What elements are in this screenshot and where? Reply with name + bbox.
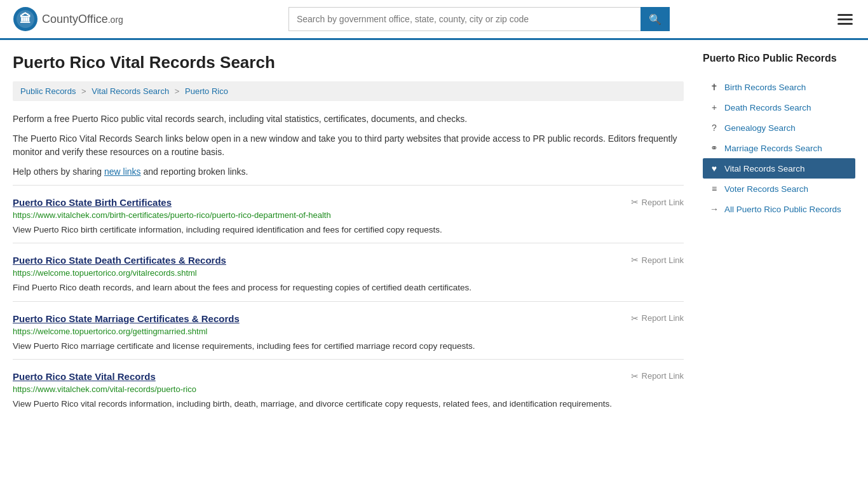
content-area: Puerto Rico Vital Records Search Public … <box>13 53 684 417</box>
record-header: Puerto Rico State Vital Records ✂ Report… <box>13 371 684 382</box>
description-3-suffix: and reporting broken links. <box>141 166 248 177</box>
hamburger-line <box>837 23 853 25</box>
breadcrumb-link-public-records[interactable]: Public Records <box>20 86 76 96</box>
sidebar-item-label: Voter Records Search <box>724 184 808 194</box>
page-title: Puerto Rico Vital Records Search <box>13 53 684 72</box>
sidebar-item-label: Marriage Records Search <box>724 144 822 153</box>
logo-area: 🏛 CountyOffice.org <box>13 6 123 32</box>
record-description: Find Puerto Rico death records, and lear… <box>13 281 684 294</box>
breadcrumb-sep: > <box>175 86 180 96</box>
sidebar-icon: ⚭ <box>709 143 719 153</box>
report-link-button[interactable]: ✂ Report Link <box>631 197 684 207</box>
sidebar-icon: ≡ <box>709 184 719 194</box>
svg-text:🏛: 🏛 <box>20 12 31 25</box>
record-title[interactable]: Puerto Rico State Birth Certificates <box>13 197 172 208</box>
report-link-button[interactable]: ✂ Report Link <box>631 255 684 265</box>
sidebar-item-voter-records-search[interactable]: ≡ Voter Records Search <box>703 179 855 199</box>
sidebar-items: ✝ Birth Records Search + Death Records S… <box>703 77 855 219</box>
sidebar-item-label: All Puerto Rico Public Records <box>724 205 841 214</box>
record-header: Puerto Rico State Marriage Certificates … <box>13 313 684 324</box>
record-title[interactable]: Puerto Rico State Vital Records <box>13 371 156 382</box>
search-area: 🔍 <box>288 7 670 31</box>
record-url[interactable]: https://welcome.topuertorico.org/vitalre… <box>13 268 684 278</box>
sidebar-icon: ? <box>709 123 719 133</box>
sidebar-item-marriage-records-search[interactable]: ⚭ Marriage Records Search <box>703 138 855 158</box>
record-item: Puerto Rico State Vital Records ✂ Report… <box>13 359 684 417</box>
search-button[interactable]: 🔍 <box>641 7 670 31</box>
record-description: View Puerto Rico birth certificate infor… <box>13 224 684 236</box>
sidebar-item-label: Death Records Search <box>724 103 811 112</box>
report-link-button[interactable]: ✂ Report Link <box>631 371 684 381</box>
sidebar-icon: ♥ <box>709 163 719 173</box>
sidebar-item-birth-records-search[interactable]: ✝ Birth Records Search <box>703 77 855 97</box>
record-item: Puerto Rico State Marriage Certificates … <box>13 301 684 359</box>
sidebar-item-death-records-search[interactable]: + Death Records Search <box>703 97 855 118</box>
report-link-button[interactable]: ✂ Report Link <box>631 313 684 323</box>
header: 🏛 CountyOffice.org 🔍 <box>0 0 868 40</box>
record-url[interactable]: https://welcome.topuertorico.org/getting… <box>13 327 684 336</box>
record-url[interactable]: https://www.vitalchek.com/birth-certific… <box>13 210 684 220</box>
report-icon: ✂ <box>631 371 639 381</box>
record-description: View Puerto Rico vital records informati… <box>13 398 684 410</box>
record-title[interactable]: Puerto Rico State Marriage Certificates … <box>13 313 240 324</box>
record-title[interactable]: Puerto Rico State Death Certificates & R… <box>13 255 226 266</box>
hamburger-line <box>837 18 853 20</box>
search-icon: 🔍 <box>649 14 661 25</box>
sidebar-icon: → <box>709 204 719 214</box>
sidebar: Puerto Rico Public Records ✝ Birth Recor… <box>703 53 855 417</box>
sidebar-item-label: Vital Records Search <box>724 164 805 173</box>
description-2: The Puerto Rico Vital Records Search lin… <box>13 132 684 159</box>
menu-button[interactable] <box>835 11 855 27</box>
sidebar-icon: + <box>709 102 719 112</box>
breadcrumb: Public Records > Vital Records Search > … <box>13 81 684 101</box>
description-3-prefix: Help others by sharing <box>13 166 104 177</box>
main-container: Puerto Rico Vital Records Search Public … <box>0 40 868 430</box>
report-label: Report Link <box>642 371 684 381</box>
sidebar-title: Puerto Rico Public Records <box>703 53 855 69</box>
record-item: Puerto Rico State Birth Certificates ✂ R… <box>13 185 684 243</box>
description-3: Help others by sharing new links and rep… <box>13 165 684 179</box>
report-icon: ✂ <box>631 255 639 265</box>
breadcrumb-sep: > <box>81 86 86 96</box>
records-list: Puerto Rico State Birth Certificates ✂ R… <box>13 185 684 417</box>
new-links-link[interactable]: new links <box>104 166 141 177</box>
logo-icon: 🏛 <box>13 6 38 32</box>
description-1: Perform a free Puerto Rico public vital … <box>13 112 684 126</box>
report-icon: ✂ <box>631 197 639 207</box>
record-header: Puerto Rico State Birth Certificates ✂ R… <box>13 197 684 208</box>
report-icon: ✂ <box>631 313 639 323</box>
sidebar-icon: ✝ <box>709 82 719 92</box>
logo-text: CountyOffice.org <box>42 13 123 26</box>
report-label: Report Link <box>642 198 684 207</box>
search-input[interactable] <box>288 7 641 31</box>
sidebar-item-vital-records-search[interactable]: ♥ Vital Records Search <box>703 158 855 179</box>
report-label: Report Link <box>642 313 684 323</box>
breadcrumb-link-vital-records[interactable]: Vital Records Search <box>92 86 169 96</box>
breadcrumb-link-puerto-rico[interactable]: Puerto Rico <box>185 86 228 96</box>
record-url[interactable]: https://www.vitalchek.com/vital-records/… <box>13 384 684 394</box>
sidebar-item-label: Genealogy Search <box>724 123 796 133</box>
record-item: Puerto Rico State Death Certificates & R… <box>13 243 684 301</box>
report-label: Report Link <box>642 255 684 265</box>
sidebar-item-genealogy-search[interactable]: ? Genealogy Search <box>703 118 855 138</box>
sidebar-item-all-puerto-rico-public-records[interactable]: → All Puerto Rico Public Records <box>703 199 855 219</box>
sidebar-item-label: Birth Records Search <box>724 83 806 92</box>
record-header: Puerto Rico State Death Certificates & R… <box>13 255 684 266</box>
hamburger-line <box>837 14 853 16</box>
record-description: View Puerto Rico marriage certificate an… <box>13 340 684 353</box>
